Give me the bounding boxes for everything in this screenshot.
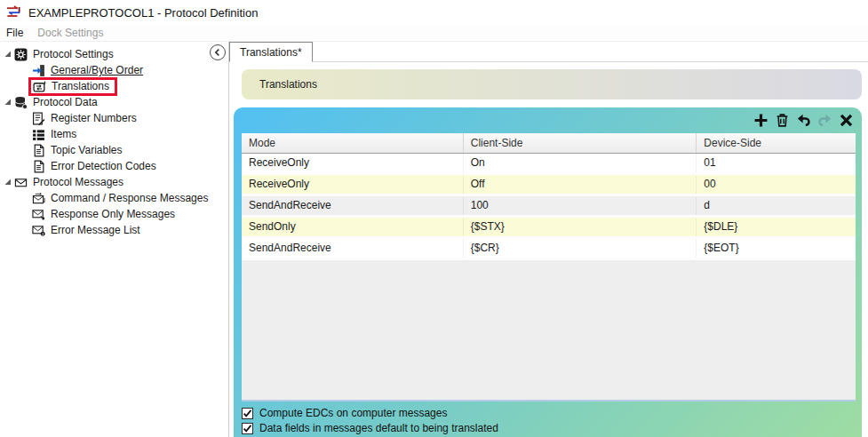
tree-item-items[interactable]: Items (0, 126, 228, 142)
tree-item-label: Command / Response Messages (51, 192, 208, 204)
checkbox[interactable] (242, 423, 253, 434)
byte-order-icon (32, 64, 46, 77)
tree-item-general-byte-order[interactable]: General/Byte Order (0, 62, 228, 78)
cell-device[interactable]: 01 (696, 154, 856, 172)
add-button[interactable] (753, 113, 768, 128)
tree-item-label: Register Numbers (51, 112, 137, 124)
tree-item-command-response-messages[interactable]: Command / Response Messages (0, 190, 228, 206)
tree-item-label: Error Detection Codes (51, 160, 156, 172)
window-title: EXAMPLEPROTOCOL1 - Protocol Definition (28, 6, 258, 20)
checkbox-row-compute-edcs-on-computer-messa[interactable]: Compute EDCs on computer messages (242, 406, 862, 420)
cell-client[interactable]: On (463, 154, 697, 172)
tree-item-translations[interactable]: Translations (0, 78, 228, 94)
cell-mode[interactable]: ReceiveOnly (242, 175, 463, 194)
section-header: Translations (242, 69, 862, 99)
cell-device[interactable]: 00 (696, 175, 856, 194)
tree-item-label: Protocol Messages (33, 176, 123, 188)
table-row[interactable]: SendAndReceive{$CR}{$EOT} (242, 239, 856, 260)
gear-icon (14, 48, 28, 61)
tree-item-protocol-settings[interactable]: Protocol Settings (0, 46, 228, 62)
checkbox-label: Data fields in messages default to being… (259, 422, 498, 434)
tree-item-label: Protocol Data (33, 96, 98, 108)
error-message-icon (32, 224, 46, 237)
checkbox-label: Compute EDCs on computer messages (259, 407, 447, 419)
cell-client[interactable]: Off (463, 175, 697, 194)
tree-item-protocol-data[interactable]: Protocol Data (0, 94, 228, 110)
back-button[interactable] (210, 44, 226, 60)
cell-mode[interactable]: ReceiveOnly (242, 154, 463, 172)
tree-item-label: Topic Variables (51, 144, 122, 156)
content-pane: Translations* Translations ModeClient-Si… (228, 42, 868, 437)
tree-item-error-detection-codes[interactable]: Error Detection Codes (0, 158, 228, 174)
app-icon (5, 4, 21, 20)
table-row[interactable]: SendOnly{$STX}{$DLE} (242, 218, 856, 239)
cell-client[interactable]: {$CR} (463, 239, 697, 258)
cell-mode[interactable]: SendAndReceive (242, 196, 463, 215)
tree-item-label: Items (51, 128, 76, 140)
cell-device[interactable]: d (696, 196, 856, 215)
tree-item-label: Translations (52, 80, 109, 92)
tab-translations[interactable]: Translations* (229, 42, 313, 62)
document-icon (32, 144, 46, 157)
table-body: ReceiveOnlyOn01ReceiveOnlyOff00SendAndRe… (242, 154, 856, 260)
red-highlight-box: Translations (28, 77, 117, 96)
expander-icon[interactable] (4, 50, 14, 59)
undo-button[interactable] (796, 113, 811, 128)
column-header-device-side[interactable]: Device-Side (696, 133, 856, 153)
cell-device[interactable]: {$EOT} (696, 239, 856, 258)
cell-client[interactable]: 100 (463, 196, 697, 215)
document-icon (32, 160, 46, 173)
checkbox[interactable] (242, 408, 253, 419)
tree-item-register-numbers[interactable]: Register Numbers (0, 110, 228, 126)
redo-button[interactable] (817, 113, 832, 128)
response-only-icon (32, 208, 46, 221)
tree-item-label: Error Message List (51, 224, 140, 236)
table-row[interactable]: ReceiveOnlyOff00 (242, 175, 856, 196)
cell-mode[interactable]: SendAndReceive (242, 239, 463, 258)
tree-item-label: Protocol Settings (33, 48, 114, 60)
tree-item-protocol-messages[interactable]: Protocol Messages (0, 174, 228, 190)
database-icon (14, 96, 28, 109)
cell-mode[interactable]: SendOnly (242, 218, 463, 236)
menu-bar: File Dock Settings (0, 25, 868, 42)
table-empty-area (242, 260, 856, 400)
grid-toolbar (234, 107, 862, 133)
translations-icon (33, 80, 47, 93)
translations-panel: ModeClient-SideDevice-Side ReceiveOnlyOn… (234, 107, 862, 437)
close-button[interactable] (839, 113, 854, 128)
tree: Protocol SettingsGeneral/Byte OrderTrans… (0, 42, 228, 437)
menu-dock-settings[interactable]: Dock Settings (37, 27, 103, 39)
table-header: ModeClient-SideDevice-Side (242, 133, 856, 154)
tree-item-label: Response Only Messages (51, 208, 175, 220)
cell-device[interactable]: {$DLE} (696, 218, 856, 236)
title-bar: EXAMPLEPROTOCOL1 - Protocol Definition (0, 0, 868, 25)
column-header-mode[interactable]: Mode (242, 133, 463, 153)
column-header-client-side[interactable]: Client-Side (463, 133, 697, 153)
tree-item-topic-variables[interactable]: Topic Variables (0, 142, 228, 158)
table-row[interactable]: SendAndReceive100d (242, 196, 856, 218)
menu-file[interactable]: File (6, 27, 23, 39)
cell-client[interactable]: {$STX} (463, 218, 697, 236)
envelope-icon (14, 176, 28, 189)
tab-strip: Translations* (229, 42, 868, 62)
tree-item-response-only-messages[interactable]: Response Only Messages (0, 206, 228, 222)
checkbox-area: Compute EDCs on computer messagesData fi… (242, 406, 862, 436)
expander-icon[interactable] (4, 98, 14, 107)
list-icon (32, 128, 46, 141)
cmd-response-icon (32, 192, 46, 205)
section-header-label: Translations (259, 78, 317, 91)
chevron-left-icon (212, 47, 223, 58)
table-row[interactable]: ReceiveOnlyOn01 (242, 154, 856, 175)
main-area: Protocol SettingsGeneral/Byte OrderTrans… (0, 42, 868, 437)
checkbox-row-data-fields-in-messages-defaul[interactable]: Data fields in messages default to being… (242, 421, 862, 435)
tree-item-error-message-list[interactable]: Error Message List (0, 222, 228, 238)
tree-item-label: General/Byte Order (51, 64, 143, 76)
delete-button[interactable] (775, 113, 790, 128)
register-icon (32, 112, 46, 125)
expander-icon[interactable] (4, 178, 14, 187)
translations-table: ModeClient-SideDevice-Side ReceiveOnlyOn… (242, 133, 856, 401)
